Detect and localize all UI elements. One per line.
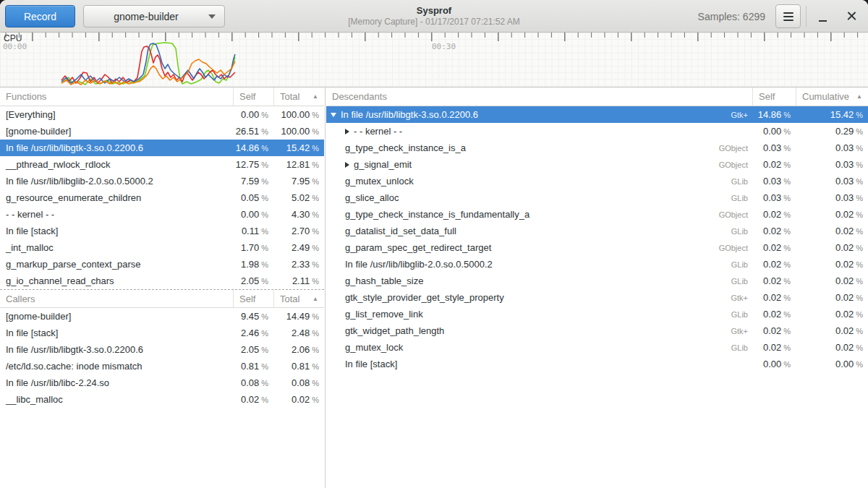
table-row[interactable]: In file [stack]2.46%2.48% (0, 325, 324, 341)
percent-sign: % (261, 111, 268, 119)
hamburger-menu-icon (783, 12, 793, 14)
table-row[interactable]: g_list_remove_linkGLib0.02%0.02% (326, 306, 868, 322)
record-button[interactable]: Record (5, 5, 75, 27)
table-row[interactable]: g_datalist_id_set_data_fullGLib0.02%0.02… (326, 223, 868, 239)
table-row[interactable]: g_mutex_unlockGLib0.03%0.03% (326, 173, 868, 189)
table-row[interactable]: In file /usr/lib/libc-2.24.so0.08%0.08% (0, 374, 324, 391)
table-row[interactable]: g_slice_allocGLib0.03%0.03% (326, 189, 868, 206)
minimize-button[interactable] (810, 0, 835, 33)
column-header-self[interactable]: Self (233, 87, 273, 106)
percent-sign: % (783, 260, 791, 269)
percent-sign: % (261, 210, 268, 219)
table-row[interactable]: g_param_spec_get_redirect_targetGObject0… (326, 239, 868, 256)
percent-sign: % (856, 327, 863, 335)
function-name: g_markup_parse_context_parse (0, 259, 233, 270)
percent-sign: % (312, 144, 319, 153)
expander-down-icon[interactable] (331, 113, 336, 117)
percent-sign: % (856, 260, 863, 269)
expander-right-icon[interactable] (345, 162, 349, 168)
percent-sign: % (783, 127, 791, 136)
process-selector-dropdown[interactable]: gnome-builder (83, 5, 225, 27)
profile-panels: Functions Self Total ▲ [Everything]0.00%… (0, 87, 868, 488)
table-row[interactable]: In file /usr/lib/libgtk-3.so.0.2200.6Gtk… (326, 106, 868, 123)
percent-sign: % (312, 227, 319, 236)
category-label: GObject (694, 244, 752, 252)
column-header-self[interactable]: Self (752, 87, 796, 106)
table-row[interactable]: gtk_style_provider_get_style_propertyGtk… (326, 289, 868, 306)
percent-sign: % (312, 277, 319, 286)
column-header-callers[interactable]: Callers (0, 290, 233, 307)
percent-sign: % (856, 343, 863, 352)
percent-sign: % (783, 343, 791, 352)
function-name: __pthread_rwlock_rdlock (0, 159, 233, 170)
table-row[interactable]: In file /usr/lib/libgtk-3.so.0.2200.614.… (0, 140, 324, 156)
column-header-functions[interactable]: Functions (0, 87, 233, 106)
left-panel: Functions Self Total ▲ [Everything]0.00%… (0, 87, 324, 488)
percent-sign: % (856, 277, 863, 286)
table-row[interactable]: - - kernel - -0.00%4.30% (0, 206, 324, 223)
table-row[interactable]: __pthread_rwlock_rdlock12.75%12.81% (0, 156, 324, 173)
table-row[interactable]: g_resource_enumerate_children0.05%5.02% (0, 189, 324, 206)
function-name: gtk_style_provider_get_style_property (345, 292, 504, 303)
percent-sign: % (856, 294, 863, 302)
table-row[interactable]: [gnome-builder]9.45%14.49% (0, 308, 324, 325)
table-row[interactable]: In file /usr/lib/libglib-2.0.so.0.5000.2… (0, 173, 324, 189)
table-row[interactable]: g_markup_parse_context_parse1.98%2.33% (0, 256, 324, 273)
cpu-timeline-graph[interactable]: CPU 00:00 00:30 (0, 33, 868, 87)
table-row[interactable]: __libc_malloc0.02%0.02% (0, 391, 324, 408)
percent-sign: % (856, 194, 863, 202)
percent-sign: % (312, 177, 319, 186)
hamburger-menu-button[interactable] (775, 4, 801, 28)
process-selector-value: gnome-builder (84, 11, 208, 22)
samples-count: Samples: 6299 (698, 0, 765, 33)
table-row[interactable]: [gnome-builder]26.51%100.00% (0, 123, 324, 140)
column-header-total[interactable]: Total ▲ (273, 290, 324, 307)
table-row[interactable]: /etc/ld.so.cache: inode mismatch0.81%0.8… (0, 358, 324, 374)
percent-sign: % (312, 111, 319, 119)
function-name: [gnome-builder] (0, 311, 233, 322)
percent-sign: % (261, 227, 268, 236)
table-row[interactable]: g_signal_emitGObject0.02%0.03% (326, 156, 868, 173)
percent-sign: % (783, 227, 791, 236)
function-name: In file /usr/lib/libgtk-3.so.0.2200.6 (341, 109, 478, 120)
table-row[interactable]: g_hash_table_sizeGLib0.02%0.02% (326, 273, 868, 289)
percent-sign: % (261, 362, 268, 371)
percent-sign: % (261, 329, 268, 338)
table-row[interactable]: gtk_widget_path_lengthGtk+0.02%0.02% (326, 322, 868, 339)
percent-sign: % (312, 379, 319, 388)
category-label: Gtk+ (694, 111, 752, 119)
table-row[interactable]: In file /usr/lib/libglib-2.0.so.0.5000.2… (326, 256, 868, 273)
column-header-cumulative[interactable]: Cumulative ▲ (796, 87, 868, 106)
sysprof-window: Record gnome-builder Sysprof [Memory Cap… (0, 0, 868, 488)
function-name: /etc/ld.so.cache: inode mismatch (0, 361, 233, 372)
percent-sign: % (783, 210, 791, 219)
percent-sign: % (261, 379, 268, 388)
table-row[interactable]: g_mutex_lockGLib0.02%0.02% (326, 339, 868, 356)
function-name: In file /usr/lib/libglib-2.0.so.0.5000.2 (345, 259, 493, 270)
table-row[interactable]: [Everything]0.00%100.00% (0, 106, 324, 123)
table-row[interactable]: In file [stack]0.00%0.00% (326, 356, 868, 372)
record-button-label: Record (24, 11, 56, 22)
close-button[interactable] (839, 0, 864, 33)
percent-sign: % (312, 194, 319, 202)
percent-sign: % (261, 144, 268, 153)
table-row[interactable]: In file /usr/lib/libgtk-3.so.0.2200.62.0… (0, 341, 324, 358)
functions-header: Functions Self Total ▲ (0, 87, 324, 106)
expander-right-icon[interactable] (345, 129, 349, 134)
function-name: - - kernel - - (0, 209, 233, 220)
column-header-total[interactable]: Total ▲ (273, 87, 324, 106)
column-header-descendants[interactable]: Descendants (326, 87, 752, 106)
column-header-self[interactable]: Self (233, 290, 273, 307)
table-row[interactable]: g_io_channel_read_chars2.05%2.11% (0, 273, 324, 289)
percent-sign: % (261, 127, 268, 136)
table-row[interactable]: - - kernel - -0.00%0.29% (326, 123, 868, 140)
table-row[interactable]: g_type_check_instance_is_fundamentally_a… (326, 206, 868, 223)
percent-sign: % (261, 312, 268, 321)
table-row[interactable]: g_type_check_instance_is_aGObject0.03%0.… (326, 140, 868, 156)
table-row[interactable]: In file [stack]0.11%2.70% (0, 223, 324, 239)
percent-sign: % (312, 312, 319, 321)
table-row[interactable]: _int_malloc1.70%2.49% (0, 239, 324, 256)
callers-header: Callers Self Total ▲ (0, 289, 324, 308)
function-name: g_mutex_unlock (345, 176, 414, 187)
function-name: In file [stack] (0, 226, 233, 236)
